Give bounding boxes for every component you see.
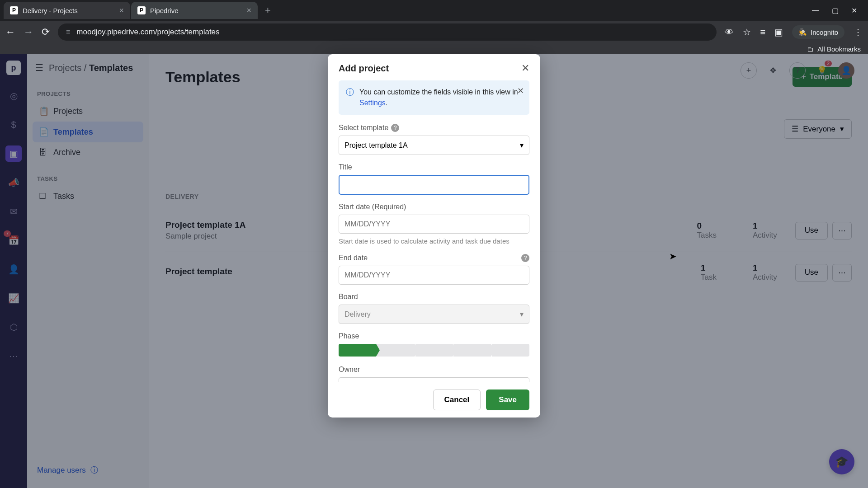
help-icon[interactable]: ? [391, 124, 399, 132]
start-date-hint: Start date is used to calculate activity… [339, 236, 529, 246]
all-bookmarks-link[interactable]: All Bookmarks [817, 45, 861, 53]
forward-icon[interactable]: → [24, 26, 33, 38]
browser-tab[interactable]: P Delivery - Projects × [4, 2, 130, 19]
eye-off-icon[interactable]: 👁 [725, 27, 734, 38]
start-date-label: Start date (Required) [339, 203, 529, 211]
reload-icon[interactable]: ⟳ [42, 26, 50, 38]
minimize-icon[interactable]: — [812, 6, 819, 15]
chevron-down-icon: ▾ [520, 310, 524, 319]
settings-link[interactable]: Settings [359, 99, 386, 107]
board-label: Board [339, 293, 529, 301]
favicon: P [137, 6, 146, 14]
phase-segment[interactable] [339, 344, 376, 357]
phase-segment[interactable] [377, 344, 415, 357]
phase-segment[interactable] [492, 344, 529, 357]
help-icon[interactable]: ? [521, 254, 529, 262]
tab-title: Delivery - Projects [23, 7, 78, 14]
back-icon[interactable]: ← [5, 26, 15, 38]
select-template-label: Select template ? [339, 124, 529, 132]
folder-icon: 🗀 [807, 45, 814, 53]
bookmark-star-icon[interactable]: ☆ [743, 27, 751, 38]
title-label: Title [339, 163, 529, 171]
modal-title: Add project [339, 63, 389, 74]
info-icon: ⓘ [346, 87, 354, 108]
board-value: Delivery [344, 310, 371, 319]
bookmarks-bar: 🗀 All Bookmarks [0, 43, 868, 54]
tab-title: Pipedrive [150, 7, 179, 14]
browser-chrome: P Delivery - Projects × P Pipedrive × + … [0, 0, 868, 54]
tab-strip: P Delivery - Projects × P Pipedrive × + … [0, 0, 868, 21]
phase-selector[interactable] [339, 344, 529, 357]
add-project-modal: Add project ✕ ⓘ You can customize the fi… [328, 54, 540, 418]
close-icon[interactable]: ✕ [521, 62, 529, 74]
chevron-down-icon: ▾ [520, 141, 524, 150]
title-input[interactable] [339, 175, 529, 195]
new-tab-button[interactable]: + [259, 5, 277, 16]
info-text: You can customize the fields visible in … [359, 87, 522, 108]
owner-dropdown[interactable] [339, 377, 529, 382]
info-banner: ⓘ You can customize the fields visible i… [339, 80, 529, 115]
select-template-dropdown[interactable]: Project template 1A ▾ [339, 136, 529, 155]
maximize-icon[interactable]: ▢ [832, 6, 839, 15]
incognito-chip[interactable]: 🕵 Incognito [792, 25, 844, 39]
address-bar: ← → ⟳ ≡ moodjoy.pipedrive.com/projects/t… [0, 21, 868, 43]
start-date-input[interactable] [339, 215, 529, 234]
select-template-value: Project template 1A [344, 141, 408, 150]
playlist-icon[interactable]: ≡ [760, 27, 765, 38]
save-button[interactable]: Save [486, 389, 529, 410]
site-info-icon[interactable]: ≡ [66, 28, 70, 36]
url-input[interactable]: ≡ moodjoy.pipedrive.com/projects/templat… [58, 23, 717, 41]
window-controls: — ▢ ✕ [812, 6, 864, 15]
favicon: P [10, 6, 18, 14]
panel-icon[interactable]: ▣ [774, 27, 783, 38]
url-text: moodjoy.pipedrive.com/projects/templates [76, 28, 219, 37]
phase-label: Phase [339, 332, 529, 340]
incognito-label: Incognito [811, 28, 838, 36]
phase-segment[interactable] [453, 344, 491, 357]
end-date-label: End date ? [339, 254, 529, 262]
board-dropdown[interactable]: Delivery ▾ [339, 305, 529, 324]
kebab-menu-icon[interactable]: ⋮ [854, 27, 863, 38]
close-banner-icon[interactable]: ✕ [517, 86, 524, 96]
owner-label: Owner [339, 366, 529, 374]
cancel-button[interactable]: Cancel [433, 389, 481, 410]
end-date-input[interactable] [339, 266, 529, 285]
close-window-icon[interactable]: ✕ [851, 6, 857, 15]
browser-tab[interactable]: P Pipedrive × [131, 2, 258, 19]
close-icon[interactable]: × [246, 6, 251, 15]
incognito-icon: 🕵 [798, 28, 807, 36]
close-icon[interactable]: × [119, 6, 124, 15]
phase-segment[interactable] [415, 344, 453, 357]
